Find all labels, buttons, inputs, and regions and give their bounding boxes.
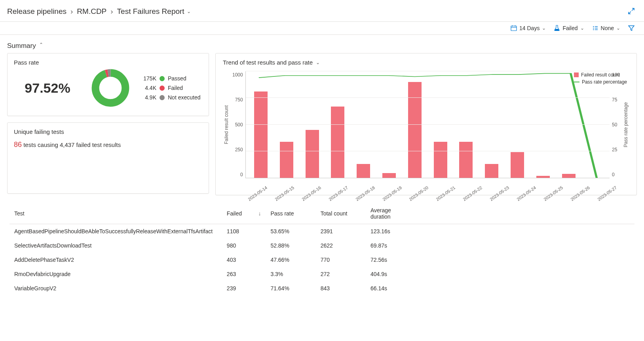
fullscreen-icon[interactable] — [628, 8, 635, 15]
chevron-down-icon[interactable]: ⌄ — [187, 9, 191, 14]
bar — [382, 173, 396, 178]
y1-axis-label: Failed result count — [223, 105, 230, 144]
bar — [511, 152, 524, 178]
group-filter-label: None — [601, 25, 614, 31]
chevron-right-icon: › — [110, 7, 113, 16]
bar — [357, 164, 370, 178]
table-cell: 52.88% — [266, 238, 315, 253]
table-cell: 53.65% — [266, 224, 315, 239]
legend-count: 4.4K — [140, 85, 156, 91]
sort-desc-icon: ↓ — [258, 210, 261, 217]
table-row[interactable]: VariableGroupV223971.64%84366.14s — [9, 281, 635, 295]
y2-axis-label: Pass rate percentage — [622, 102, 629, 147]
bar — [536, 176, 550, 178]
table-cell: 69.87s — [366, 238, 416, 253]
y1-ticks: 10007505002500 — [230, 71, 245, 178]
legend-row: 4.9K Not executed — [140, 94, 201, 101]
column-header[interactable]: Test — [9, 203, 222, 224]
trend-title: Trend of test results and pass rate — [223, 59, 313, 66]
svg-rect-0 — [511, 26, 517, 31]
table-cell: 404.9s — [366, 267, 416, 281]
uft-title: Unique failing tests — [8, 123, 209, 137]
breadcrumb-current[interactable]: Test Failures Report — [117, 7, 184, 16]
beaker-icon — [554, 25, 560, 31]
legend-row: 175K Passed — [140, 75, 201, 82]
pass-rate-card: Pass rate 97.52% 175K Passed4.4K Failed4… — [7, 53, 209, 116]
column-header[interactable]: Average duration — [366, 203, 416, 224]
table-row[interactable]: RmoDevfabricUpgrade2633.3%272404.9s — [9, 267, 635, 281]
bar — [485, 164, 498, 178]
bar — [331, 107, 344, 178]
filter-toolbar: 14 Days ⌄ Failed ⌄ None ⌄ — [0, 22, 644, 35]
breadcrumb-root[interactable]: Release pipelines — [7, 7, 66, 16]
legend-dot — [160, 95, 165, 100]
chevron-down-icon: ⌄ — [580, 25, 584, 31]
table-row[interactable]: SelectiveArtifactsDownloadTest98052.88%2… — [9, 238, 635, 253]
table-row[interactable]: AddDeletePhaseTaskV240347.66%77072.56s — [9, 253, 635, 267]
chevron-down-icon: ⌄ — [542, 25, 546, 31]
group-icon — [592, 25, 598, 31]
group-filter[interactable]: None ⌄ — [592, 25, 620, 31]
table-row[interactable]: AgentBasedPipelineShouldBeAbleToSuccessf… — [9, 224, 635, 239]
column-header[interactable]: Failed↓ — [222, 203, 266, 224]
outcome-filter[interactable]: Failed ⌄ — [554, 25, 584, 31]
pass-rate-legend: 175K Passed4.4K Failed4.9K Not executed — [140, 75, 201, 101]
days-filter[interactable]: 14 Days ⌄ — [511, 25, 546, 31]
column-header[interactable]: Total count — [316, 203, 366, 224]
outcome-filter-label: Failed — [562, 25, 578, 31]
legend-dot — [160, 86, 165, 91]
table-cell: RmoDevfabricUpgrade — [9, 267, 222, 281]
table-cell: SelectiveArtifactsDownloadTest — [9, 238, 222, 253]
bar — [408, 82, 422, 178]
trend-card: Trend of test results and pass rate ⌄ Fa… — [215, 53, 637, 195]
chevron-up-icon: ⌄ — [39, 42, 43, 47]
legend-count: 4.9K — [140, 94, 156, 101]
table-cell: 239 — [222, 281, 266, 295]
uft-text: tests causing 4,437 failed test results — [23, 141, 121, 148]
legend-label: Failed — [168, 85, 183, 91]
table-cell: 980 — [222, 238, 266, 253]
uft-count: 86 — [14, 141, 22, 149]
legend-row: 4.4K Failed — [140, 85, 201, 91]
table-cell: 272 — [316, 267, 366, 281]
table-cell: 1108 — [222, 224, 266, 239]
svg-point-14 — [100, 78, 121, 98]
calendar-icon — [511, 25, 517, 31]
page-header: Release pipelines › RM.CDP › Test Failur… — [0, 0, 644, 22]
pass-rate-donut — [91, 68, 130, 108]
legend-count: 175K — [140, 75, 156, 82]
breadcrumb-mid[interactable]: RM.CDP — [77, 7, 106, 16]
column-header[interactable]: Pass rate — [266, 203, 315, 224]
bar — [459, 142, 473, 178]
summary-section-header[interactable]: Summary ⌄ — [0, 35, 644, 53]
table-cell: VariableGroupV2 — [9, 281, 222, 295]
filter-button[interactable] — [628, 25, 635, 31]
bar — [306, 130, 319, 178]
table-cell: 843 — [316, 281, 366, 295]
filter-icon — [628, 25, 635, 31]
bar — [254, 91, 268, 178]
table-cell: 123.16s — [366, 224, 416, 239]
pass-rate-title: Pass rate — [8, 53, 209, 68]
chevron-down-icon[interactable]: ⌄ — [316, 60, 320, 65]
table-cell: 3.3% — [266, 267, 315, 281]
table-cell: 2622 — [316, 238, 366, 253]
failing-tests-table: TestFailed↓Pass rateTotal countAverage d… — [0, 195, 644, 299]
bar — [562, 174, 576, 178]
bar — [280, 142, 293, 178]
bar — [434, 142, 447, 178]
days-filter-label: 14 Days — [519, 25, 540, 31]
table-cell: 71.64% — [266, 281, 315, 295]
unique-failing-tests-card: Unique failing tests 86 tests causing 4,… — [7, 122, 209, 194]
table-cell: 66.14s — [366, 281, 416, 295]
table-cell: 770 — [316, 253, 366, 267]
table-cell: 47.66% — [266, 253, 315, 267]
legend-dot — [160, 76, 165, 81]
table-cell: 72.56s — [366, 253, 416, 267]
pass-rate-value: 97.52% — [14, 80, 81, 96]
table-cell: AgentBasedPipelineShouldBeAbleToSuccessf… — [9, 224, 222, 239]
breadcrumb: Release pipelines › RM.CDP › Test Failur… — [7, 7, 191, 16]
table-cell: 403 — [222, 253, 266, 267]
y2-ticks: 1007550250 — [610, 71, 622, 178]
summary-label: Summary — [7, 42, 36, 50]
